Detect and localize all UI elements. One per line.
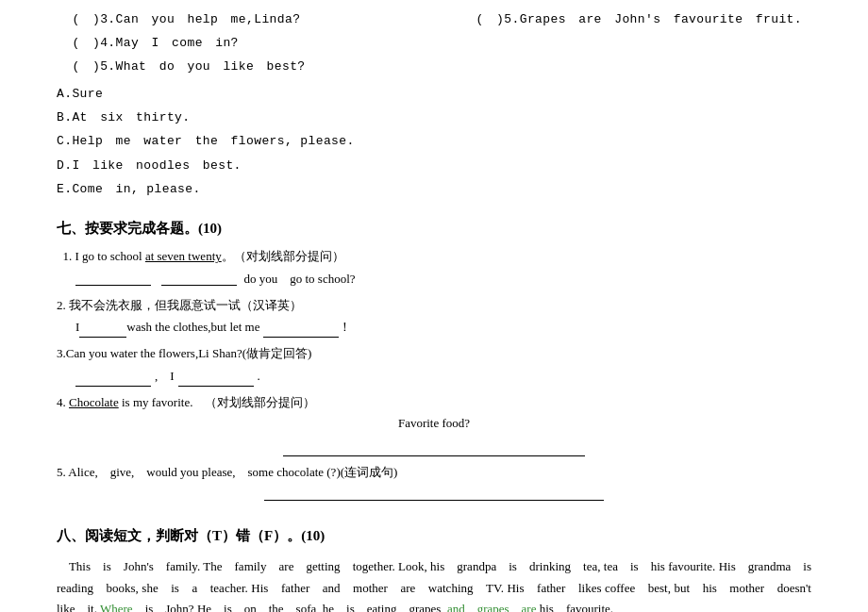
q1-blank2[interactable]: [161, 273, 237, 286]
q3-blank1[interactable]: [75, 373, 151, 387]
option-c: C.Help me water the flowers, please.: [57, 131, 811, 152]
q3-text: 3.Can you water the flowers,Li Shan?(做肯定…: [57, 343, 811, 364]
and-grapes-text: and grapes are: [447, 602, 537, 612]
q4-text: 4. Chocolate is my favorite. （对划线部分提问）: [57, 392, 811, 413]
section-8: 八、阅读短文，判断对（T）错（F）。(10) This is John's fa…: [57, 524, 811, 612]
section8-header: 八、阅读短文，判断对（T）错（F）。(10): [57, 524, 811, 549]
q2-blank1[interactable]: [79, 324, 126, 338]
question-4: 4. Chocolate is my favorite. （对划线部分提问） F…: [57, 392, 811, 456]
option-d: D.I like noodles best.: [57, 156, 811, 176]
q1-text: 1. I go to school at seven twenty。（对划线部分…: [57, 246, 811, 267]
q4-favorite-label: Favorite food?: [57, 413, 811, 434]
q2-answer-line: Iwash the clothes,but let me ！: [75, 317, 811, 338]
q1-answer-line: do you go to school?: [75, 269, 811, 289]
top-section: ( )3.Can you help me,Linda? ( )4.May I c…: [57, 9, 811, 200]
option-b: B.At six thirty.: [57, 108, 811, 128]
q4-blank[interactable]: [283, 443, 585, 456]
q1-underlined: at seven twenty: [145, 249, 222, 263]
options-block: A.Sure B.At six thirty. C.Help me water …: [57, 84, 811, 199]
option-a: A.Sure: [57, 84, 811, 105]
section-7: 七、按要求完成各题。(10) 1. I go to school at seve…: [57, 217, 811, 508]
q2-text: 2. 我不会洗衣服，但我愿意试一试（汉译英）: [57, 295, 811, 316]
question-1: 1. I go to school at seven twenty。（对划线部分…: [57, 246, 811, 289]
right-matching: ( )5.Grapes are John's favourite fruit.: [476, 9, 811, 80]
question-5: 5. Alice, give, would you please, some c…: [57, 462, 811, 507]
question-2: 2. 我不会洗衣服，但我愿意试一试（汉译英） Iwash the clothes…: [57, 295, 811, 337]
reading-passage: This is John's family. The family are ge…: [57, 556, 811, 612]
q2-blank2[interactable]: [263, 324, 339, 338]
left-matching: ( )3.Can you help me,Linda? ( )4.May I c…: [57, 9, 306, 80]
q3-blank2[interactable]: [178, 373, 254, 387]
section7-header: 七、按要求完成各题。(10): [57, 217, 811, 241]
question-3: 3.Can you water the flowers,Li Shan?(做肯定…: [57, 343, 811, 387]
q5-line-top: ( )5.What do you like best?: [57, 57, 306, 77]
right-q5: ( )5.Grapes are John's favourite fruit.: [476, 9, 802, 30]
option-e: E.Come in, please.: [57, 179, 811, 200]
q3-line: ( )3.Can you help me,Linda?: [57, 9, 306, 30]
where-text: Where: [100, 602, 133, 612]
q5-blank[interactable]: [264, 488, 604, 501]
q3-answer-line: , I .: [75, 366, 811, 387]
q4-line: ( )4.May I come in?: [57, 33, 306, 54]
q4-chocolate: Chocolate: [69, 395, 119, 409]
q5-text: 5. Alice, give, would you please, some c…: [57, 462, 811, 483]
q1-blank1[interactable]: [75, 273, 151, 286]
